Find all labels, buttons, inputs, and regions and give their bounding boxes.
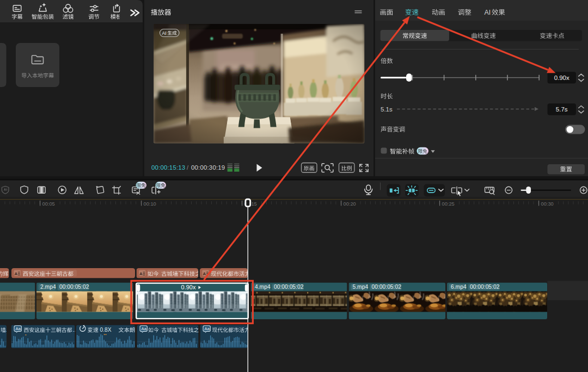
svg-text:AI: AI: [485, 9, 491, 16]
svg-text:00:05: 00:05: [42, 201, 55, 207]
svg-text:A: A: [139, 271, 143, 276]
svg-text:Aa: Aa: [205, 326, 210, 331]
svg-text:00:10: 00:10: [144, 201, 156, 207]
svg-text:6.mp4: 6.mp4: [451, 284, 467, 290]
svg-text:Aa: Aa: [16, 326, 21, 331]
svg-text:A: A: [203, 271, 206, 276]
svg-text:00:30: 00:30: [541, 201, 554, 207]
svg-text:Aa: Aa: [142, 326, 147, 331]
svg-text:...: ...: [192, 327, 197, 333]
svg-text:00:20: 00:20: [344, 201, 356, 207]
svg-text:00:00:05:02: 00:00:05:02: [470, 284, 500, 290]
svg-text:0.90x: 0.90x: [554, 75, 569, 81]
svg-text:2.mp4: 2.mp4: [40, 284, 56, 290]
svg-text:AI: AI: [162, 30, 167, 36]
svg-text:A: A: [15, 271, 18, 276]
svg-text:5.7s: 5.7s: [556, 106, 568, 113]
svg-text:5.mp4: 5.mp4: [353, 284, 369, 290]
svg-text:00:00:15:13: 00:00:15:13: [151, 164, 185, 171]
svg-text:00:00:30:19: 00:00:30:19: [191, 164, 225, 171]
svg-text:00:00:05:02: 00:00:05:02: [274, 284, 304, 290]
svg-text:0.90x: 0.90x: [181, 284, 196, 290]
svg-text:0.8X: 0.8X: [100, 327, 112, 333]
svg-text:4.mp4: 4.mp4: [255, 284, 271, 290]
svg-text:5.1s: 5.1s: [381, 106, 393, 113]
svg-text:00:00:05:02: 00:00:05:02: [372, 284, 402, 290]
svg-text:00:25: 00:25: [442, 201, 455, 207]
svg-text:00:00:05:02: 00:00:05:02: [59, 284, 89, 290]
